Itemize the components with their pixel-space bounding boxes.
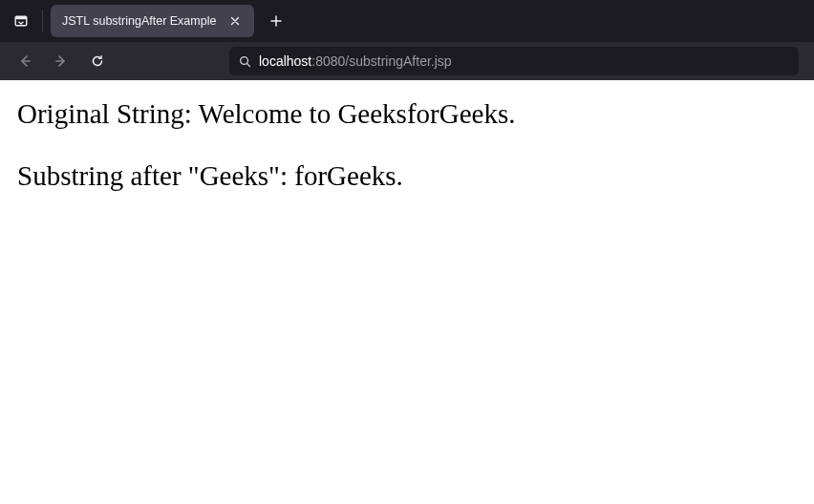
url-port: :8080 — [311, 53, 345, 69]
page-content: Original String: Welcome to GeeksforGeek… — [0, 80, 814, 239]
reload-icon — [90, 53, 105, 69]
toolbar: localhost:8080/substringAfter.jsp — [0, 42, 814, 80]
svg-rect-1 — [15, 16, 27, 19]
search-icon — [239, 55, 251, 68]
plus-icon — [269, 14, 283, 28]
reload-button[interactable] — [82, 46, 113, 76]
arrow-left-icon — [17, 53, 32, 69]
arrow-right-icon — [54, 53, 69, 69]
separator — [42, 10, 43, 32]
browser-chrome: JSTL substringAfter Example — [0, 0, 814, 80]
substring-after-text: Substring after "Geeks": forGeeks. — [17, 159, 797, 193]
tab-close-button[interactable] — [225, 11, 245, 31]
recent-browsing-button[interactable] — [8, 8, 34, 34]
address-bar[interactable]: localhost:8080/substringAfter.jsp — [229, 47, 799, 75]
back-button[interactable] — [10, 46, 40, 76]
close-icon — [229, 15, 241, 27]
url-host: localhost — [259, 53, 311, 69]
new-tab-button[interactable] — [262, 7, 290, 35]
browser-tab[interactable]: JSTL substringAfter Example — [51, 5, 254, 37]
url-path: /substringAfter.jsp — [345, 53, 451, 69]
forward-button[interactable] — [46, 46, 76, 76]
tab-title: JSTL substringAfter Example — [62, 14, 216, 28]
original-string-text: Original String: Welcome to GeeksforGeek… — [17, 97, 797, 131]
tab-strip: JSTL substringAfter Example — [0, 0, 814, 42]
url-text: localhost:8080/substringAfter.jsp — [259, 53, 452, 69]
